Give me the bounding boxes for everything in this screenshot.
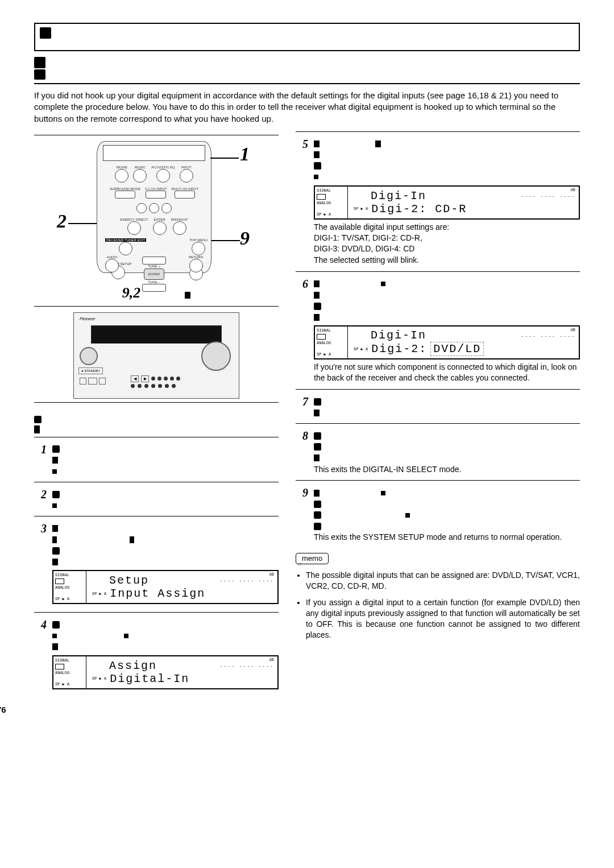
step-divider bbox=[296, 423, 580, 424]
figure-remote: MOVIE MUSIC ACOUSTIC EQ INPUT SURROUND M… bbox=[34, 141, 279, 283]
remote-label-return: RETURN bbox=[189, 255, 203, 259]
lcd-analog: ANALOG bbox=[317, 341, 346, 345]
receiver-illustration: Pioneer ● STANDBY ◀ ▶ bbox=[73, 312, 239, 399]
remote-btn-tuneup bbox=[142, 257, 166, 264]
callout-9: 9 bbox=[240, 228, 250, 249]
step-divider bbox=[296, 480, 580, 481]
lcd-db: dB bbox=[571, 328, 575, 332]
remote-btn-multich bbox=[175, 191, 195, 199]
remote-label-receiver: RECEIVER TUNER EDIT bbox=[105, 238, 146, 242]
remote-label-midnight: MIDNIGHT bbox=[171, 218, 188, 221]
remote-btn-enter bbox=[153, 221, 167, 235]
section-icon-1 bbox=[34, 57, 45, 68]
step-number: 1 bbox=[34, 443, 47, 477]
step-3: 3 SIGNAL bbox=[34, 522, 279, 606]
step-number: 2 bbox=[34, 488, 47, 510]
step-number: 4 bbox=[34, 618, 47, 692]
lcd-dashes: ---- ---- ---- bbox=[521, 333, 575, 338]
step-5: 5 SIGNAL ANALOG bbox=[296, 138, 580, 266]
remote-btn-surround bbox=[115, 191, 135, 199]
step-7: 7 bbox=[296, 395, 580, 418]
step-3-icon-e bbox=[52, 559, 58, 565]
step-head bbox=[52, 618, 279, 652]
step-8-icon-a bbox=[314, 432, 321, 440]
receiver-display bbox=[91, 325, 222, 344]
section-icon-2 bbox=[34, 69, 45, 80]
lcd-led-icon bbox=[55, 664, 64, 669]
remote-label-movie: MOVIE bbox=[117, 166, 127, 169]
step-divider bbox=[34, 612, 279, 613]
lcd-sp2: SP ▶ A bbox=[92, 592, 106, 596]
remote-label-surround: SURROUND MODE bbox=[110, 187, 140, 191]
step-1: 1 bbox=[34, 443, 279, 477]
chapter-icon bbox=[40, 27, 51, 39]
step-8-icon-b bbox=[314, 443, 321, 450]
remote-btn-left bbox=[136, 203, 147, 213]
remote-label-music: MUSIC bbox=[135, 166, 146, 169]
receiver-standby: ● STANDBY bbox=[78, 367, 103, 374]
step-3-icon-c bbox=[130, 536, 134, 543]
step-5-desc3: DIGI-3: DVD/LD, DIGI-4: CD bbox=[314, 243, 580, 254]
lcd-digi-in-dvdld: SIGNAL ANALOG SP ▶ A dB ---- ---- ---- D… bbox=[314, 325, 580, 359]
step-divider bbox=[34, 516, 279, 516]
right-column: 5 SIGNAL ANALOG bbox=[296, 131, 580, 697]
section-divider bbox=[34, 83, 580, 84]
receiver-knob-left bbox=[80, 347, 98, 365]
lcd-line2: Digital-In bbox=[110, 672, 189, 685]
caption-icon bbox=[185, 292, 190, 299]
memo-label: memo bbox=[296, 553, 329, 564]
left-subheading-placeholder bbox=[34, 414, 279, 433]
step-divider bbox=[296, 389, 580, 390]
callout-1: 1 bbox=[240, 143, 250, 165]
lcd-setup-input-assign: SIGNAL ANALOG SP ▶ A dB ---- ---- ---- S… bbox=[52, 570, 279, 604]
lcd-db: dB bbox=[571, 188, 575, 192]
step-3-icon-d bbox=[52, 547, 60, 555]
lcd-signal: SIGNAL bbox=[317, 328, 346, 333]
remote-label-tuneup: TUNE + bbox=[137, 264, 171, 268]
step-9-icon-f bbox=[314, 523, 321, 530]
step-5-desc2: DIGI-1: TV/SAT, DIGI-2: CD-R, bbox=[314, 233, 580, 243]
remote-btn-right bbox=[161, 203, 172, 213]
step-2-icon-1 bbox=[52, 491, 60, 498]
remote-btn-tunedn bbox=[142, 284, 166, 292]
lcd-sp: SP ▶ A bbox=[317, 212, 346, 217]
step-1-icon-1 bbox=[52, 445, 60, 453]
step-8: 8 This exits the DIGITAL-IN SELECT mode. bbox=[296, 429, 580, 474]
step-1-icon-2 bbox=[52, 457, 58, 464]
lcd-sp: SP ▶ A bbox=[317, 352, 346, 357]
lcd-sp2: SP ▶ A bbox=[354, 347, 368, 352]
step-divider bbox=[34, 482, 279, 482]
lcd-signal: SIGNAL bbox=[55, 573, 84, 577]
step-head bbox=[52, 488, 279, 510]
step-6-icon-a bbox=[314, 280, 320, 287]
step-4-icon-b bbox=[52, 634, 57, 638]
step-number: 7 bbox=[296, 395, 308, 418]
lcd-assign-digital-in: SIGNAL ANALOG SP ▶ A dB ---- ---- ---- A… bbox=[52, 655, 279, 689]
lcd-led-icon bbox=[55, 578, 64, 584]
step-head bbox=[314, 395, 580, 418]
remote-btn-audio bbox=[105, 259, 119, 272]
step-4-icon-a bbox=[52, 621, 60, 629]
step-6-desc: If you're not sure which component is co… bbox=[314, 362, 580, 383]
receiver-small-btn bbox=[88, 378, 97, 385]
left-divider-top bbox=[34, 135, 279, 135]
memo-item: The possible digital inputs that can be … bbox=[306, 570, 580, 592]
step-9-desc: This exits the SYSTEM SETUP mode and ret… bbox=[314, 532, 580, 543]
step-5-icon-e bbox=[314, 175, 318, 179]
manual-page: 76 If you did not hook up your digital e… bbox=[0, 0, 614, 720]
receiver-brand: Pioneer bbox=[80, 316, 96, 321]
step-5-desc1: The available digital input settings are… bbox=[314, 222, 580, 233]
lcd-dashes: ---- ---- ---- bbox=[220, 578, 274, 583]
receiver-knob-right bbox=[201, 341, 231, 371]
step-head bbox=[314, 486, 580, 531]
lcd-dashes: ---- ---- ---- bbox=[521, 193, 575, 199]
remote-btn-movie bbox=[115, 169, 128, 183]
caption-92: 9,2 bbox=[122, 284, 141, 301]
remote-btn-up bbox=[149, 203, 159, 213]
step-9-icon-b bbox=[381, 491, 385, 495]
remote-btn-51ch bbox=[146, 191, 166, 199]
lcd-line2: Input Assign bbox=[110, 587, 205, 600]
remote-label-tunedn: TUNE – bbox=[137, 280, 171, 284]
step-head bbox=[314, 278, 580, 322]
step-head bbox=[314, 429, 580, 463]
